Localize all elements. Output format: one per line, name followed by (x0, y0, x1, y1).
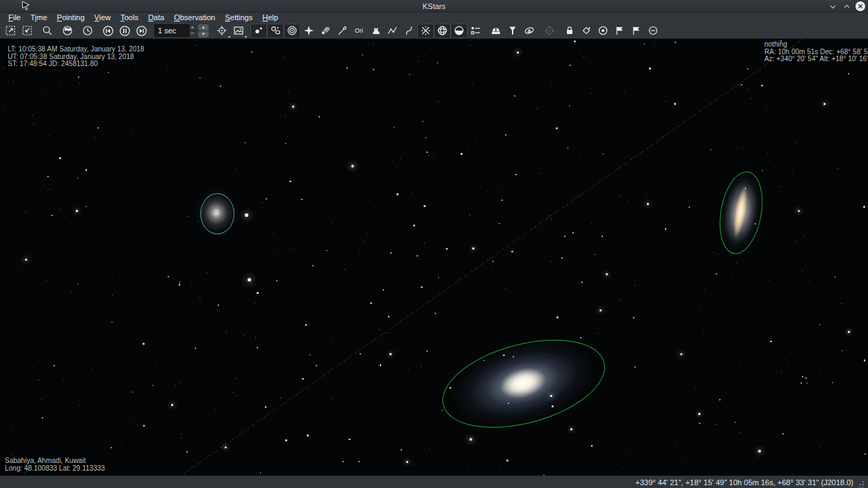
show-solar-system-icon[interactable] (284, 24, 300, 38)
star (547, 215, 548, 216)
object-ellipse-green-small[interactable] (714, 168, 769, 257)
show-constellation-boundaries-icon[interactable] (401, 24, 417, 38)
star (112, 295, 113, 295)
time-step-plus-button[interactable]: + (189, 25, 195, 31)
star (434, 158, 435, 159)
star (32, 115, 33, 115)
show-equatorial-grid-icon[interactable] (434, 24, 451, 38)
star (816, 298, 817, 298)
menu-settings[interactable]: Settings (220, 13, 257, 23)
show-comets-icon[interactable] (317, 24, 334, 38)
star (61, 209, 61, 209)
star (801, 95, 802, 95)
show-constellation-names-icon[interactable]: Ori (351, 24, 367, 38)
star (769, 280, 769, 281)
geographic-location-icon[interactable] (59, 24, 76, 38)
show-supernovae-icon[interactable] (300, 24, 317, 38)
set-time-icon[interactable] (79, 24, 96, 38)
star (13, 427, 13, 428)
show-horizon-icon[interactable] (451, 24, 467, 38)
show-constellation-lines-icon[interactable] (384, 24, 401, 38)
menu-bar: FileTimePointingViewToolsDataObservation… (0, 13, 868, 23)
menu-time[interactable]: Time (26, 13, 52, 23)
menu-help[interactable]: Help (257, 13, 283, 23)
star (595, 349, 595, 350)
star (46, 74, 47, 75)
star (835, 277, 836, 278)
menu-tools[interactable]: Tools (115, 13, 143, 23)
flag-icon-2[interactable] (628, 24, 645, 38)
diamond-sparkle-icon[interactable] (578, 24, 595, 38)
star (703, 330, 704, 331)
star (556, 316, 558, 318)
show-constellation-art-icon[interactable] (367, 24, 384, 38)
menu-view[interactable]: View (90, 13, 116, 23)
lock-icon[interactable] (561, 24, 578, 38)
time-step-up-button[interactable]: ▲ (198, 24, 209, 31)
minimize-icon[interactable] (828, 1, 837, 11)
star (625, 91, 625, 92)
menu-pointing[interactable]: Pointing (52, 13, 90, 23)
find-object-icon[interactable] (39, 24, 56, 38)
sky-map[interactable]: LT: 10:05:38 AM Saturday, January 13, 20… (0, 39, 868, 475)
show-milky-way-icon[interactable] (417, 24, 434, 38)
show-satellites-icon[interactable] (334, 24, 351, 38)
menu-data[interactable]: Data (143, 13, 169, 23)
time-step-forward-icon[interactable] (133, 24, 150, 38)
star (255, 337, 257, 339)
star (217, 309, 218, 310)
star (803, 236, 804, 236)
star (472, 83, 473, 84)
show-stars-icon[interactable] (250, 24, 267, 38)
star (285, 143, 287, 145)
flag-icon-1[interactable] (611, 24, 628, 38)
time-pause-icon[interactable] (116, 24, 133, 38)
selection-ellipse-cyan[interactable] (200, 193, 234, 234)
star (390, 252, 392, 254)
maximize-icon[interactable] (842, 1, 851, 11)
sky-image-icon[interactable]: ▾ (230, 24, 247, 38)
time-step-minus-button[interactable]: − (189, 31, 195, 36)
star (785, 46, 786, 47)
time-step-input[interactable]: 1 sec (154, 24, 189, 37)
resize-grip[interactable] (858, 481, 864, 487)
zoom-out-view-icon[interactable] (19, 24, 35, 38)
focus-crosshair-icon[interactable]: ▾ (214, 24, 230, 38)
star (342, 461, 344, 462)
star (761, 85, 763, 87)
zoom-in-view-icon[interactable] (2, 24, 19, 38)
show-deep-sky-icon[interactable] (267, 24, 284, 38)
star (89, 298, 90, 299)
star (515, 429, 516, 430)
star (574, 40, 576, 42)
star (18, 161, 19, 161)
time-step-back-icon[interactable] (99, 24, 116, 38)
hips-overlay-icon[interactable] (521, 24, 538, 38)
star (186, 451, 188, 453)
star (226, 332, 227, 332)
target-dot-icon[interactable] (595, 24, 611, 38)
bright-star (406, 461, 408, 463)
observation-planner-icon[interactable] (504, 24, 521, 38)
star (332, 337, 333, 338)
bright-star (848, 331, 850, 333)
star (506, 429, 507, 430)
bright-star (389, 353, 392, 355)
star (188, 216, 188, 217)
menu-observation[interactable]: Observation (169, 13, 220, 23)
menu-file[interactable]: File (3, 13, 26, 23)
star (683, 112, 684, 113)
star (675, 42, 676, 43)
star (59, 83, 60, 83)
star (152, 385, 154, 387)
star (207, 273, 207, 273)
close-icon[interactable] (855, 1, 865, 11)
star (79, 405, 80, 406)
star (212, 91, 213, 92)
ekos-dome-icon[interactable] (488, 24, 504, 38)
minus-circle-icon[interactable] (645, 24, 661, 38)
time-step-down-button[interactable]: ▼ (198, 31, 209, 38)
bright-star (245, 213, 248, 217)
star (38, 360, 39, 361)
whats-interesting-icon[interactable] (467, 24, 484, 38)
